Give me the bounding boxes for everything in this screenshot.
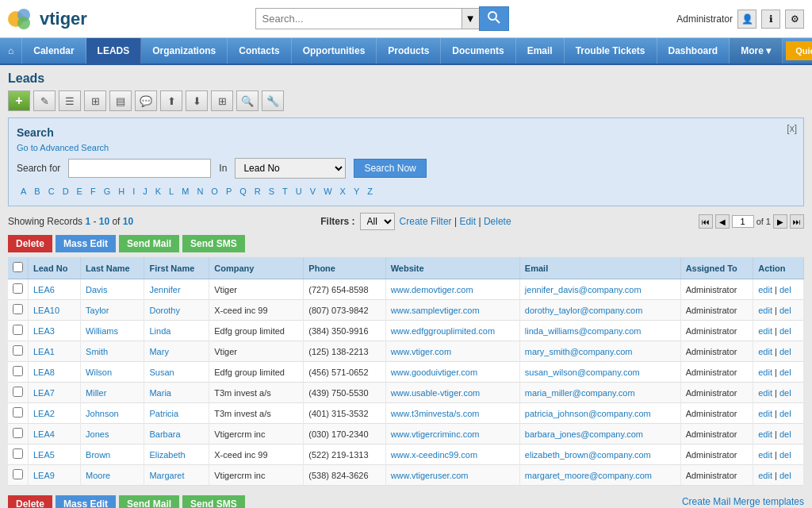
nav-home[interactable]: ⌂: [0, 38, 22, 64]
detail-view-btn[interactable]: 💬: [135, 90, 157, 111]
export-btn[interactable]: ⬇: [186, 90, 208, 111]
alpha-I[interactable]: I: [128, 185, 139, 198]
row-website: www.vtigeruser.com: [385, 465, 519, 486]
add-lead-btn[interactable]: +: [8, 90, 30, 111]
page-last-btn[interactable]: ⏭: [790, 214, 804, 229]
nav-more[interactable]: More ▾: [730, 38, 783, 64]
edit-btn[interactable]: ✎: [33, 90, 56, 111]
nav-trouble-tickets[interactable]: Trouble Tickets: [565, 38, 657, 64]
bottom-send-mail-btn[interactable]: Send Mail: [119, 495, 179, 508]
alpha-Y[interactable]: Y: [350, 185, 363, 198]
row-checkbox[interactable]: [13, 304, 23, 314]
alpha-E[interactable]: E: [73, 185, 86, 198]
alpha-N[interactable]: N: [193, 185, 207, 198]
row-checkbox[interactable]: [13, 325, 23, 335]
row-checkbox[interactable]: [13, 345, 23, 356]
row-checkbox[interactable]: [13, 469, 23, 479]
alpha-P[interactable]: P: [222, 185, 236, 198]
send-mail-btn[interactable]: Send Mail: [119, 235, 179, 252]
row-checkbox[interactable]: [13, 366, 23, 376]
list-view-btn[interactable]: ☰: [59, 90, 81, 111]
bottom-mass-edit-btn[interactable]: Mass Edit: [56, 495, 116, 508]
alpha-M[interactable]: M: [178, 185, 193, 198]
row-last-name: Moore: [81, 465, 144, 486]
global-search-input[interactable]: [255, 8, 462, 29]
row-phone: (727) 654-8598: [304, 279, 385, 300]
page-number-input[interactable]: [732, 215, 754, 228]
row-lead-no: LEA10: [29, 300, 81, 321]
search-dropdown-btn[interactable]: ▼: [462, 8, 479, 29]
nav-dashboard[interactable]: Dashboard: [657, 38, 730, 64]
page-first-btn[interactable]: ⏮: [699, 214, 713, 229]
alpha-O[interactable]: O: [207, 185, 222, 198]
alpha-S[interactable]: S: [265, 185, 278, 198]
settings-tool-btn[interactable]: 🔧: [262, 90, 284, 111]
calendar-view-btn[interactable]: ⊞: [84, 90, 106, 111]
nav-products[interactable]: Products: [377, 38, 441, 64]
row-last-name: Wilson: [81, 362, 144, 383]
info-btn[interactable]: ℹ: [761, 10, 780, 29]
alpha-G[interactable]: G: [100, 185, 115, 198]
alpha-C[interactable]: C: [44, 185, 59, 198]
export2-btn[interactable]: ⊞: [211, 90, 233, 111]
nav-opportunities[interactable]: Opportunities: [292, 38, 377, 64]
delete-filter-link[interactable]: Delete: [484, 216, 511, 227]
alpha-B[interactable]: B: [30, 185, 44, 198]
row-checkbox[interactable]: [13, 448, 23, 459]
mail-merge-link[interactable]: Create Mail Merge templates: [682, 496, 804, 507]
nav-contacts[interactable]: Contacts: [228, 38, 291, 64]
nav-documents[interactable]: Documents: [441, 38, 515, 64]
alpha-A[interactable]: A: [17, 185, 30, 198]
page-prev-btn[interactable]: ◀: [715, 214, 730, 229]
alpha-U[interactable]: U: [292, 185, 306, 198]
alpha-Z[interactable]: Z: [363, 185, 377, 198]
create-filter-link[interactable]: Create Filter: [400, 216, 452, 227]
alpha-W[interactable]: W: [320, 185, 335, 198]
column-view-btn[interactable]: ▤: [109, 90, 132, 111]
alpha-H[interactable]: H: [114, 185, 128, 198]
quick-create-btn[interactable]: Quick Create...: [786, 41, 812, 60]
filter-select[interactable]: All: [360, 213, 395, 230]
row-email: elizabeth_brown@company.com: [519, 444, 680, 465]
alpha-R[interactable]: R: [251, 185, 265, 198]
alpha-T[interactable]: T: [278, 185, 292, 198]
search-text-input[interactable]: [68, 159, 211, 178]
alpha-V[interactable]: V: [306, 185, 320, 198]
alpha-D[interactable]: D: [59, 185, 73, 198]
nav-calendar[interactable]: Calendar: [22, 38, 86, 64]
delete-btn[interactable]: Delete: [8, 235, 52, 252]
alpha-X[interactable]: X: [336, 185, 350, 198]
row-action: edit | del: [753, 383, 804, 403]
row-checkbox[interactable]: [13, 283, 23, 294]
alpha-F[interactable]: F: [86, 185, 100, 198]
search-field-select[interactable]: Lead No Last Name First Name Company Pho…: [235, 158, 346, 179]
nav-email[interactable]: Email: [516, 38, 565, 64]
row-checkbox[interactable]: [13, 428, 23, 438]
import-btn[interactable]: ⬆: [160, 90, 182, 111]
settings-icon-btn[interactable]: ⚙: [785, 10, 804, 29]
row-phone: (522) 219-1313: [304, 444, 385, 465]
bottom-delete-btn[interactable]: Delete: [8, 495, 52, 508]
search-now-btn[interactable]: Search Now: [354, 159, 426, 178]
mass-edit-btn[interactable]: Mass Edit: [56, 235, 116, 252]
bottom-send-sms-btn[interactable]: Send SMS: [182, 495, 245, 508]
nav-organizations[interactable]: Organizations: [141, 38, 228, 64]
select-all-checkbox[interactable]: [13, 262, 23, 272]
edit-filter-link[interactable]: Edit: [459, 216, 476, 227]
filters-area: Filters : All Create Filter | Edit | Del…: [320, 213, 511, 230]
row-checkbox[interactable]: [13, 387, 23, 397]
alpha-K[interactable]: K: [151, 185, 165, 198]
alpha-L[interactable]: L: [165, 185, 178, 198]
row-checkbox[interactable]: [13, 407, 23, 418]
search-submit-btn[interactable]: [479, 6, 509, 31]
nav-leads[interactable]: LEADS: [86, 38, 142, 64]
search-config-btn[interactable]: 🔍: [236, 90, 259, 111]
alpha-J[interactable]: J: [139, 185, 151, 198]
send-sms-btn[interactable]: Send SMS: [182, 235, 245, 252]
page-next-btn[interactable]: ▶: [773, 214, 787, 229]
advanced-search-link[interactable]: Go to Advanced Search: [17, 143, 109, 152]
admin-profile-btn[interactable]: 👤: [737, 10, 756, 29]
alpha-Q[interactable]: Q: [236, 185, 251, 198]
nav-bar: ⌂ Calendar LEADS Organizations Contacts …: [0, 38, 812, 65]
search-panel-close[interactable]: [x]: [787, 123, 797, 134]
